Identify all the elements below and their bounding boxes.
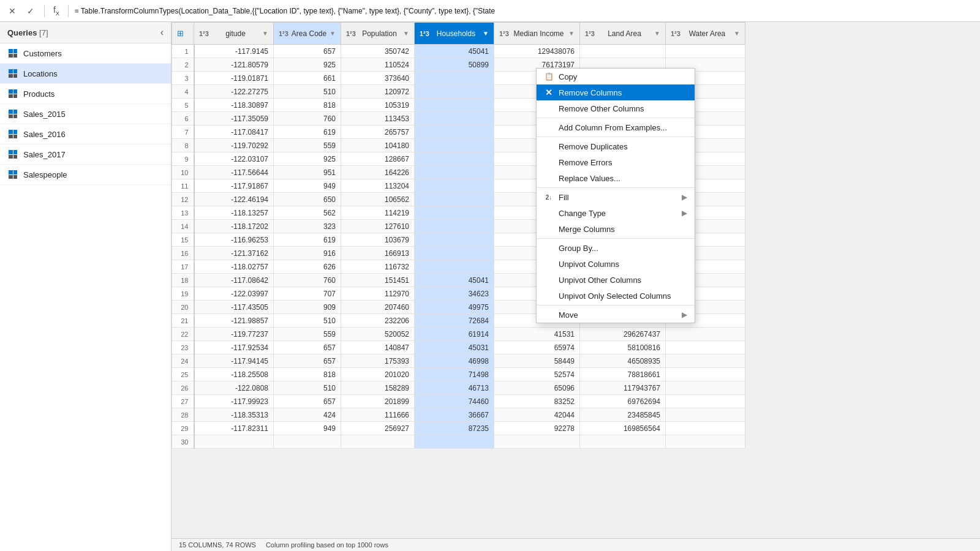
row-num-header: ⊞: [172, 23, 194, 45]
table-cell: -117.35059: [194, 112, 274, 126]
col-sort-icon[interactable]: ▼: [403, 30, 409, 37]
ctx-item-fill[interactable]: 2↓ Fill ▶: [537, 189, 695, 205]
table-cell: -116.96253: [194, 233, 274, 247]
table-cell: 45031: [415, 341, 494, 354]
table-cell: -117.56644: [194, 166, 274, 179]
row-number: 24: [172, 354, 194, 368]
sidebar-item-customers[interactable]: Customers: [0, 43, 171, 64]
col-sort-icon[interactable]: ▼: [654, 30, 660, 37]
table-cell: -122.46194: [194, 193, 274, 206]
formula-input[interactable]: [75, 7, 975, 15]
table-cell: 83252: [494, 395, 580, 408]
col-header-waterarea[interactable]: 1²3 Water Area ▼: [666, 23, 745, 45]
table-icon: [7, 129, 18, 140]
row-number: 5: [172, 99, 194, 112]
table-icon: [7, 149, 18, 160]
table-cell: 626: [274, 260, 341, 274]
ctx-item-remove-duplicates[interactable]: Remove Duplicates: [537, 138, 695, 154]
table-cell: -119.70292: [194, 139, 274, 152]
table-cell: 232206: [341, 314, 415, 328]
col-header-households[interactable]: 1²3 Households ▼: [415, 23, 494, 45]
ctx-item-remove-errors[interactable]: Remove Errors: [537, 154, 695, 170]
sidebar-collapse-button[interactable]: ‹: [160, 27, 164, 38]
table-cell: [666, 408, 745, 422]
col-type-icon: 1²3: [585, 30, 595, 37]
table-cell: [666, 341, 745, 354]
divider: [537, 137, 695, 137]
sidebar-item-locations[interactable]: Locations: [0, 64, 171, 84]
ctx-item-add-column[interactable]: Add Column From Examples...: [537, 119, 695, 135]
row-number: 8: [172, 139, 194, 152]
ctx-label: Fill: [559, 193, 677, 202]
col-header-gitude[interactable]: 1²3 gitude ▼: [194, 23, 274, 45]
table-cell: 106562: [341, 193, 415, 206]
table-cell: 164226: [341, 166, 415, 179]
table-cell: 23485845: [580, 408, 666, 422]
table-cell: -118.30897: [194, 99, 274, 112]
col-sort-icon[interactable]: ▼: [483, 30, 489, 37]
table-row: 29-117.823119492569278723592278169856564: [172, 422, 745, 435]
col-type-icon: 1²3: [346, 30, 356, 37]
separator2: [68, 5, 69, 17]
table-cell: 113453: [341, 112, 415, 126]
table-cell: 58449: [494, 354, 580, 368]
ctx-item-remove-columns[interactable]: ✕ Remove Columns: [537, 84, 695, 100]
ctx-label: Remove Other Columns: [559, 104, 687, 113]
ctx-item-merge-columns[interactable]: Merge Columns: [537, 221, 695, 237]
col-header-medianincome[interactable]: 1²3 Median Income ▼: [494, 23, 580, 45]
table-cell: 559: [274, 328, 341, 341]
table-cell: [415, 179, 494, 193]
column-row-count: 15 COLUMNS, 74 ROWS: [179, 541, 256, 549]
col-sort-icon[interactable]: ▼: [262, 30, 268, 37]
table-cell: [415, 99, 494, 112]
ctx-item-unpivot[interactable]: Unpivot Columns: [537, 256, 695, 272]
table-cell: 42044: [494, 408, 580, 422]
table-cell: 114219: [341, 206, 415, 220]
table-cell: 120972: [341, 85, 415, 99]
sidebar-item-salespeople[interactable]: Salespeople: [0, 165, 171, 185]
col-sort-icon[interactable]: ▼: [568, 30, 575, 37]
sidebar-item-sales2016[interactable]: Sales_2016: [0, 124, 171, 144]
sidebar-item-products[interactable]: Products: [0, 84, 171, 104]
col-header-areacode[interactable]: 1²3 Area Code ▼: [274, 23, 341, 45]
table-cell: -122.03997: [194, 287, 274, 301]
context-menu: 📋 Copy ✕ Remove Columns Remove Other Col…: [536, 68, 695, 323]
col-header-landarea[interactable]: 1²3 Land Area ▼: [580, 23, 666, 45]
table-cell: 140847: [341, 341, 415, 354]
table-cell: 36667: [415, 408, 494, 422]
table-cell: 46508935: [580, 354, 666, 368]
table-cell: 113204: [341, 179, 415, 193]
table-cell: -121.37162: [194, 247, 274, 260]
cancel-button[interactable]: ✕: [5, 4, 20, 18]
unpivot-other-icon: [544, 275, 554, 285]
row-number: 1: [172, 45, 194, 58]
table-cell: [666, 368, 745, 381]
table-row: 26-122.08085101582894671365096117943767: [172, 381, 745, 395]
col-type-icon: 1²3: [499, 30, 509, 37]
ctx-item-group-by[interactable]: Group By...: [537, 240, 695, 256]
confirm-button[interactable]: ✓: [23, 4, 38, 18]
table-row: 30: [172, 435, 745, 449]
table-cell: 559: [274, 139, 341, 152]
table-cell: 46713: [415, 381, 494, 395]
ctx-item-unpivot-selected[interactable]: Unpivot Only Selected Columns: [537, 288, 695, 304]
ctx-item-unpivot-other[interactable]: Unpivot Other Columns: [537, 272, 695, 288]
sidebar-item-sales2017[interactable]: Sales_2017: [0, 144, 171, 165]
ctx-item-copy[interactable]: 📋 Copy: [537, 69, 695, 84]
profiling-info: Column profiling based on top 1000 rows: [266, 541, 388, 549]
col-header-population[interactable]: 1²3 Population ▼: [341, 23, 415, 45]
table-cell: 65974: [494, 341, 580, 354]
ctx-item-remove-other-columns[interactable]: Remove Other Columns: [537, 100, 695, 116]
ctx-item-replace-values[interactable]: Replace Values...: [537, 170, 695, 186]
ctx-item-move[interactable]: Move ▶: [537, 307, 695, 323]
col-sort-icon[interactable]: ▼: [734, 30, 740, 37]
col-sort-icon[interactable]: ▼: [330, 30, 336, 37]
remove-dup-icon: [544, 141, 554, 151]
formula-bar: ✕ ✓ fx: [0, 0, 980, 22]
table-cell: -117.91867: [194, 179, 274, 193]
table-cell: [415, 206, 494, 220]
sidebar-item-label: Sales_2016: [23, 130, 66, 139]
ctx-item-change-type[interactable]: Change Type ▶: [537, 205, 695, 221]
sidebar-item-sales2015[interactable]: Sales_2015: [0, 104, 171, 124]
row-number: 28: [172, 408, 194, 422]
